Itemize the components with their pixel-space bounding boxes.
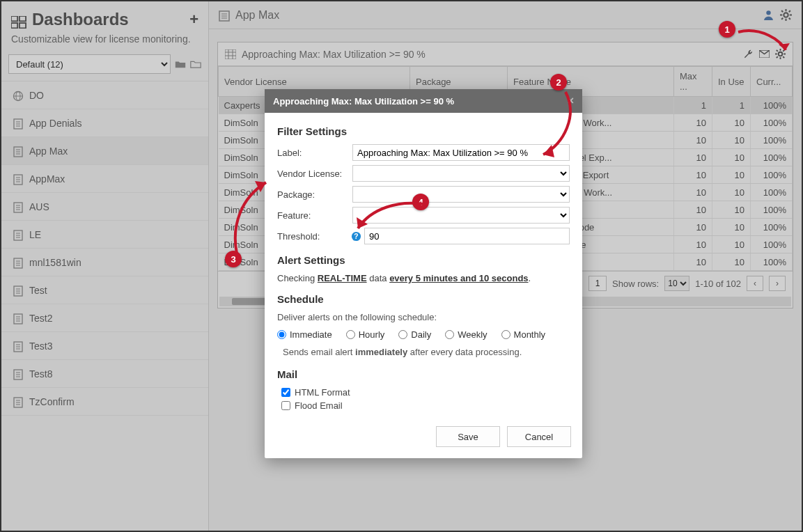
doc-icon xyxy=(13,341,24,351)
mail-heading: Mail xyxy=(277,368,570,380)
vendor-license-label: Vendor License: xyxy=(277,169,352,179)
sidebar-item-do[interactable]: DO xyxy=(1,81,208,109)
feature-select[interactable] xyxy=(352,207,570,224)
page-title: App Max xyxy=(235,9,279,22)
label-input[interactable] xyxy=(352,144,570,161)
filter-settings-heading: Filter Settings xyxy=(277,125,570,137)
svg-line-76 xyxy=(777,50,778,52)
user-icon[interactable] xyxy=(763,9,774,21)
column-header[interactable]: Max ... xyxy=(674,67,712,97)
sidebar-item-label: AUS xyxy=(29,201,49,212)
showrows-label: Show rows: xyxy=(612,279,659,289)
sidebar-item-label: AppMax xyxy=(29,173,65,185)
svg-point-55 xyxy=(766,10,770,15)
doc-icon xyxy=(13,258,24,267)
svg-line-64 xyxy=(781,18,783,19)
svg-text:?: ? xyxy=(354,233,358,240)
sidebar-item-mnl1581win[interactable]: mnl1581win xyxy=(1,249,208,276)
flood-email-checkbox[interactable]: Flood Email xyxy=(281,400,570,411)
main-header: App Max xyxy=(209,1,802,29)
next-page-button[interactable]: › xyxy=(769,276,786,291)
sidebar-item-tzconfirm[interactable]: TzConfirm xyxy=(1,388,208,416)
sidebar-item-appmax[interactable]: AppMax xyxy=(1,165,208,193)
radio-daily[interactable]: Daily xyxy=(398,329,431,340)
sidebar-title: Dashboards xyxy=(11,10,189,29)
sidebar-item-label: App Denials xyxy=(29,118,82,129)
folder-icon[interactable] xyxy=(190,59,201,69)
html-format-checkbox[interactable]: HTML Format xyxy=(281,387,570,398)
radio-monthly[interactable]: Monthly xyxy=(501,329,546,340)
modal-title: Approaching Max: Max Utilization >= 90 % xyxy=(273,96,454,107)
sidebar-item-test8[interactable]: Test8 xyxy=(1,360,208,388)
schedule-desc: Deliver alerts on the following schedule… xyxy=(277,312,570,322)
doc-icon xyxy=(13,174,24,184)
vendor-license-select[interactable] xyxy=(352,165,570,182)
panel-gear-icon[interactable] xyxy=(775,49,786,59)
page-range: 1-10 of 102 xyxy=(695,279,741,289)
svg-line-61 xyxy=(781,10,783,12)
sidebar-item-app-max[interactable]: App Max xyxy=(1,137,208,165)
panel-title: Approaching Max: Max Utilization >= 90 % xyxy=(242,49,426,60)
dashboards-icon xyxy=(11,13,26,26)
alert-settings-heading: Alert Settings xyxy=(277,254,570,266)
sidebar-item-label: Test2 xyxy=(29,313,52,324)
sidebar-item-label: Test xyxy=(29,285,47,296)
globe-icon xyxy=(13,91,24,100)
svg-line-77 xyxy=(783,56,784,58)
alert-check-line: Checking REAL-TIME data every 5 minutes … xyxy=(277,273,570,283)
schedule-heading: Schedule xyxy=(277,293,570,305)
sidebar-item-app-denials[interactable]: App Denials xyxy=(1,109,208,137)
sidebar-item-label: mnl1581win xyxy=(29,257,81,268)
sidebar-item-le[interactable]: LE xyxy=(1,221,208,249)
sidebar: Dashboards + Customizable view for licen… xyxy=(1,1,209,531)
package-select[interactable] xyxy=(352,186,570,203)
cancel-button[interactable]: Cancel xyxy=(507,426,571,447)
svg-rect-1 xyxy=(20,16,26,21)
svg-point-56 xyxy=(783,13,788,17)
radio-immediate[interactable]: Immediate xyxy=(277,329,332,340)
sidebar-subtitle: Customizable view for license monitoring… xyxy=(1,33,208,54)
doc-icon xyxy=(13,397,24,407)
radio-hourly[interactable]: Hourly xyxy=(346,329,385,340)
dashboard-selector[interactable]: Default (12) xyxy=(8,54,171,74)
svg-point-71 xyxy=(779,52,783,56)
feature-label: Feature: xyxy=(277,210,352,221)
sidebar-item-label: Test3 xyxy=(29,341,52,352)
close-icon[interactable]: × xyxy=(568,95,574,107)
package-label: Package: xyxy=(277,189,352,200)
add-dashboard-button[interactable]: + xyxy=(189,10,198,29)
gear-icon[interactable] xyxy=(780,9,792,21)
doc-icon xyxy=(219,10,230,20)
svg-rect-0 xyxy=(11,16,17,21)
folder-open-icon[interactable] xyxy=(175,59,186,69)
mail-icon[interactable] xyxy=(759,49,770,59)
sidebar-item-label: App Max xyxy=(29,146,68,157)
sidebar-item-label: TzConfirm xyxy=(29,396,75,407)
svg-line-78 xyxy=(783,50,784,52)
schedule-radio-group: Immediate Hourly Daily Weekly Monthly xyxy=(277,329,570,340)
column-header[interactable]: Curr... xyxy=(751,67,793,97)
sidebar-item-test3[interactable]: Test3 xyxy=(1,332,208,360)
sidebar-list: DOApp DenialsApp MaxAppMaxAUSLEmnl1581wi… xyxy=(1,81,208,416)
svg-rect-2 xyxy=(11,23,17,28)
threshold-input[interactable] xyxy=(364,228,570,244)
rows-select[interactable]: 10 xyxy=(664,276,689,291)
grid-icon xyxy=(225,49,236,59)
radio-weekly[interactable]: Weekly xyxy=(445,329,487,340)
page-input[interactable] xyxy=(588,276,607,291)
column-header[interactable]: In Use xyxy=(712,67,751,97)
doc-icon xyxy=(13,202,24,212)
modal-header: Approaching Max: Max Utilization >= 90 %… xyxy=(265,89,582,113)
wrench-icon[interactable] xyxy=(743,49,754,59)
help-icon[interactable]: ? xyxy=(351,231,361,242)
sidebar-item-test2[interactable]: Test2 xyxy=(1,304,208,332)
threshold-label: Threshold: xyxy=(277,231,352,242)
doc-icon xyxy=(13,118,24,128)
sidebar-item-test[interactable]: Test xyxy=(1,276,208,304)
sidebar-item-label: Test8 xyxy=(29,368,52,380)
save-button[interactable]: Save xyxy=(436,426,500,447)
prev-page-button[interactable]: ‹ xyxy=(747,276,763,291)
svg-line-63 xyxy=(789,10,790,12)
sidebar-item-aus[interactable]: AUS xyxy=(1,193,208,221)
svg-line-79 xyxy=(777,56,778,58)
